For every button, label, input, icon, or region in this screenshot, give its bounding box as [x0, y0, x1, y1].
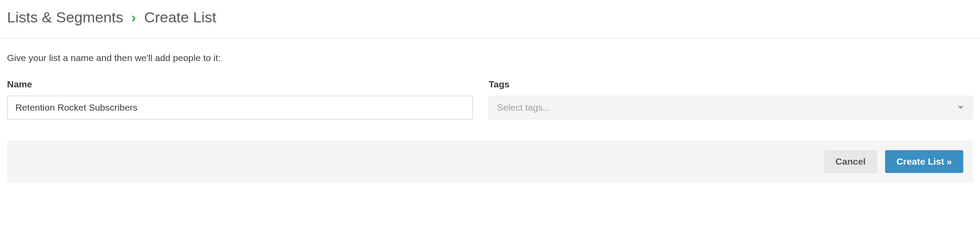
breadcrumb: Lists & Segments › Create List: [7, 9, 973, 26]
form-group-name: Name: [7, 79, 473, 119]
cancel-button[interactable]: Cancel: [824, 150, 877, 173]
action-bar: Cancel Create List »: [7, 140, 973, 183]
caret-down-icon: [958, 106, 964, 109]
form-group-tags: Tags Select tags...: [489, 79, 973, 119]
create-list-button[interactable]: Create List »: [885, 150, 963, 173]
tags-label: Tags: [489, 79, 973, 90]
tags-placeholder: Select tags...: [497, 102, 550, 113]
page-header: Lists & Segments › Create List: [0, 0, 980, 38]
chevron-right-icon: ›: [131, 9, 136, 26]
breadcrumb-parent-link[interactable]: Lists & Segments: [7, 9, 123, 26]
form-row: Name Tags Select tags...: [0, 65, 980, 119]
name-input[interactable]: [7, 96, 473, 119]
name-label: Name: [7, 79, 473, 90]
tags-select[interactable]: Select tags...: [489, 96, 973, 119]
breadcrumb-current: Create List: [144, 9, 216, 26]
intro-text: Give your list a name and then we'll add…: [0, 39, 980, 65]
